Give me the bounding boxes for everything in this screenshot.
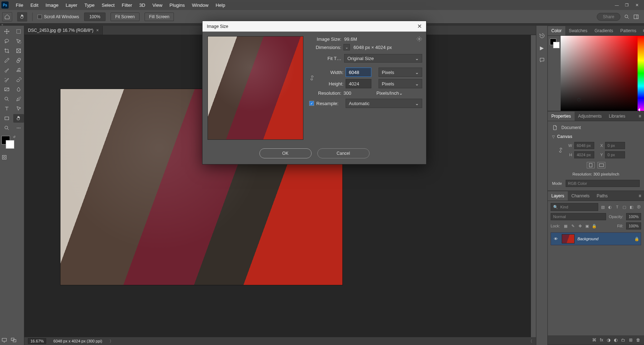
fit-screen-button[interactable]: Fit Screen [111, 13, 140, 21]
eraser-tool[interactable] [13, 75, 24, 84]
link-dimensions-icon[interactable] [558, 147, 564, 153]
frame-tool[interactable] [13, 46, 24, 55]
pen-tool[interactable] [13, 95, 24, 103]
brush-tool[interactable] [1, 66, 12, 74]
actions-panel-icon[interactable]: ▶ [540, 45, 544, 51]
status-zoom[interactable]: 16.67% [28, 338, 46, 344]
home-button[interactable] [2, 12, 12, 21]
tab-swatches[interactable]: Swatches [565, 26, 591, 35]
close-button[interactable]: ✕ [632, 1, 642, 9]
dimensions-unit-dropdown[interactable]: ⌄ [343, 44, 350, 50]
width-unit-select[interactable]: Pixels⌄ [379, 68, 422, 77]
canvas-x-field[interactable]: 0 px [605, 142, 625, 149]
minimize-button[interactable]: — [612, 1, 622, 9]
rectangle-tool[interactable] [1, 114, 12, 123]
cancel-button[interactable]: Cancel [317, 148, 370, 158]
comments-panel-icon[interactable] [539, 57, 545, 63]
opacity-value[interactable]: 100% [626, 213, 641, 220]
close-tab-icon[interactable]: × [96, 28, 99, 33]
menu-edit[interactable]: Edit [27, 1, 42, 10]
saturation-value-field[interactable] [561, 36, 638, 111]
menu-image[interactable]: Image [42, 1, 62, 10]
menu-window[interactable]: Window [188, 1, 212, 10]
layer-name[interactable]: Background [577, 237, 631, 241]
disclosure-icon[interactable]: ▽ [552, 135, 555, 139]
eyedropper-tool[interactable] [1, 56, 12, 65]
share-button[interactable]: Share [597, 13, 620, 21]
clone-stamp-tool[interactable] [13, 66, 24, 74]
link-layers-icon[interactable]: ⌘ [592, 337, 596, 342]
lock-all-icon[interactable]: 🔒 [591, 223, 597, 229]
resolution-input[interactable]: 300 [343, 90, 369, 96]
blur-tool[interactable] [13, 85, 24, 94]
adjustment-icon[interactable]: ◐ [614, 337, 618, 342]
background-color[interactable] [6, 140, 14, 149]
tab-paths[interactable]: Paths [593, 191, 611, 201]
gradient-tool[interactable] [1, 85, 12, 94]
panel-menu-icon[interactable]: ≡ [636, 112, 644, 120]
fg-bg-swatch[interactable] [550, 39, 558, 48]
canvas-height-field[interactable]: 4024 px [574, 151, 594, 158]
layer-filter-kind[interactable]: 🔍Kind [551, 203, 598, 211]
color-swatches[interactable]: ↺ [1, 136, 16, 150]
layer-row-background[interactable]: 👁 Background 🔒 [551, 232, 641, 245]
lock-paint-icon[interactable]: ✎ [570, 223, 576, 229]
menu-plugins[interactable]: Plugins [166, 1, 189, 10]
mode-select[interactable]: RGB Color [566, 180, 640, 187]
menu-help[interactable]: Help [212, 1, 229, 10]
screen-mode-icon[interactable] [1, 337, 7, 343]
menu-select[interactable]: Select [98, 1, 118, 10]
gear-icon[interactable] [416, 36, 422, 42]
new-layer-icon[interactable]: ⊞ [629, 337, 633, 342]
document-tab[interactable]: DSC_2453.jpg @ 16.7% (RGB/8*) × [24, 26, 103, 35]
visibility-icon[interactable]: 👁 [552, 237, 559, 241]
lasso-tool[interactable] [1, 37, 12, 45]
filter-toggle-icon[interactable]: ⦿ [636, 205, 641, 210]
lock-pixels-icon[interactable]: ▦ [563, 223, 569, 229]
fill-value[interactable]: 100% [626, 222, 641, 230]
zoom-tool[interactable] [1, 124, 12, 132]
menu-view[interactable]: View [149, 1, 166, 10]
orientation-landscape[interactable] [597, 162, 605, 168]
group-icon[interactable]: 🗀 [621, 337, 625, 342]
filter-smart-icon[interactable]: ◧ [629, 205, 634, 210]
tab-adjustments[interactable]: Adjustments [575, 112, 605, 121]
scroll-all-windows-checkbox[interactable]: Scroll All Windows [38, 14, 79, 19]
dialog-title-bar[interactable]: Image Size ✕ [203, 21, 426, 32]
width-input[interactable]: 6048 [346, 68, 371, 77]
constrain-proportions-icon[interactable] [309, 75, 315, 81]
move-tool[interactable] [1, 27, 12, 36]
panel-menu-icon[interactable]: ≡ [640, 27, 644, 35]
fit-to-select[interactable]: Original Size⌄ [344, 54, 422, 63]
panel-menu-icon[interactable]: ≡ [636, 192, 644, 200]
quick-select-tool[interactable] [13, 37, 24, 45]
tab-layers[interactable]: Layers [548, 191, 568, 201]
workspace-switcher-icon[interactable] [633, 14, 639, 20]
menu-layer[interactable]: Layer [62, 1, 81, 10]
maximize-button[interactable]: ❐ [622, 1, 632, 9]
tab-channels[interactable]: Channels [568, 191, 593, 201]
filter-image-icon[interactable]: ▧ [600, 205, 605, 210]
resample-checkbox[interactable]: ✓ [309, 101, 314, 106]
canvas-width-field[interactable]: 6048 px [574, 142, 594, 149]
delete-layer-icon[interactable]: 🗑 [636, 337, 640, 342]
mask-icon[interactable]: ◑ [607, 337, 610, 342]
history-brush-tool[interactable] [1, 75, 12, 84]
tab-libraries[interactable]: Libraries [605, 112, 629, 121]
rect-marquee-tool[interactable] [13, 27, 24, 36]
filter-type-icon[interactable]: T [615, 205, 620, 210]
menu-type[interactable]: Type [81, 1, 98, 10]
ok-button[interactable]: OK [259, 148, 312, 158]
tab-patterns[interactable]: Patterns [617, 26, 640, 35]
type-tool[interactable] [1, 104, 12, 113]
path-select-tool[interactable] [13, 104, 24, 113]
hue-slider[interactable] [638, 36, 644, 111]
resample-select[interactable]: Automatic⌄ [346, 99, 422, 108]
hand-tool[interactable] [13, 114, 24, 123]
fill-screen-button[interactable]: Fill Screen [145, 13, 174, 21]
menu-3d[interactable]: 3D [136, 1, 149, 10]
menu-file[interactable]: File [12, 1, 27, 10]
vertical-scrollbar[interactable] [531, 35, 536, 337]
healing-brush-tool[interactable] [13, 56, 24, 65]
canvas-y-field[interactable]: 0 px [605, 151, 625, 158]
